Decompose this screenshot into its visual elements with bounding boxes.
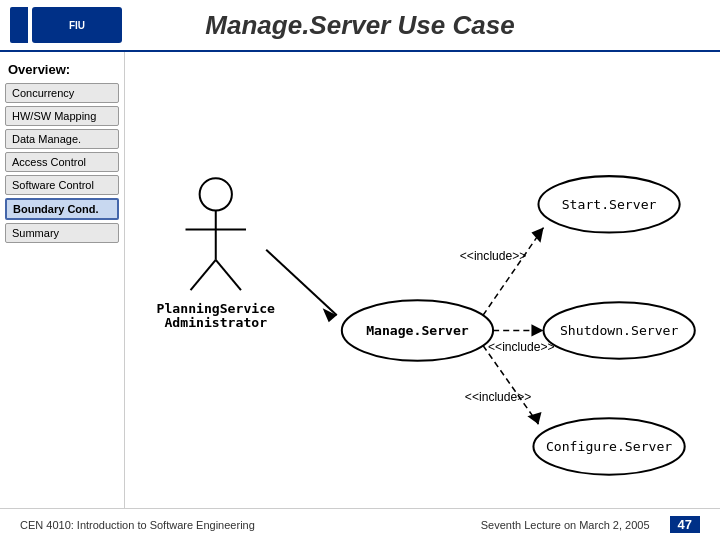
sidebar-item-hwsw[interactable]: HW/SW Mapping bbox=[5, 106, 119, 126]
page-title: Manage.Server Use Case bbox=[205, 10, 514, 41]
sidebar-item-access-control[interactable]: Access Control bbox=[5, 152, 119, 172]
start-server-label: Start.Server bbox=[562, 197, 657, 212]
shutdown-server-label: Shutdown.Server bbox=[560, 323, 678, 338]
arrow-head-start bbox=[531, 228, 543, 243]
include-label-3: <<include>> bbox=[465, 390, 532, 404]
manage-server-label: Manage.Server bbox=[366, 323, 469, 338]
sidebar: Overview: Concurrency HW/SW Mapping Data… bbox=[0, 52, 125, 508]
include-label-1: <<include>> bbox=[460, 249, 527, 263]
svg-rect-0 bbox=[10, 7, 28, 43]
include-arrow-start bbox=[483, 228, 544, 316]
include-arrow-configure bbox=[483, 346, 538, 425]
actor-left-leg bbox=[191, 260, 216, 290]
arrow-head-1 bbox=[323, 308, 337, 322]
flame-icon bbox=[10, 7, 28, 43]
sidebar-item-boundary-cond[interactable]: Boundary Cond. bbox=[5, 198, 119, 220]
uml-content: PlanningService Administrator Manage.Ser… bbox=[125, 52, 720, 508]
configure-server-label: Configure.Server bbox=[546, 439, 672, 454]
actor-to-manage-arrow bbox=[266, 250, 337, 316]
header: FIU Manage.Server Use Case bbox=[0, 0, 720, 52]
logo-area: FIU bbox=[10, 7, 122, 43]
footer-right: Seventh Lecture on March 2, 2005 47 bbox=[481, 516, 700, 533]
sidebar-overview-label: Overview: bbox=[5, 62, 119, 77]
sidebar-item-summary[interactable]: Summary bbox=[5, 223, 119, 243]
include-label-2: <<include>> bbox=[488, 340, 555, 354]
footer-page: 47 bbox=[670, 516, 700, 533]
arrow-head-configure bbox=[527, 412, 541, 424]
main-layout: Overview: Concurrency HW/SW Mapping Data… bbox=[0, 52, 720, 508]
actor-head bbox=[200, 178, 232, 210]
sidebar-item-software-control[interactable]: Software Control bbox=[5, 175, 119, 195]
actor-right-leg bbox=[216, 260, 241, 290]
footer-date: Seventh Lecture on March 2, 2005 bbox=[481, 519, 650, 531]
fiu-logo: FIU bbox=[32, 7, 122, 43]
sidebar-item-data-manage[interactable]: Data Manage. bbox=[5, 129, 119, 149]
actor-label: PlanningService bbox=[157, 301, 275, 316]
uml-diagram: PlanningService Administrator Manage.Ser… bbox=[125, 52, 720, 508]
footer: CEN 4010: Introduction to Software Engin… bbox=[0, 508, 720, 540]
footer-course: CEN 4010: Introduction to Software Engin… bbox=[20, 519, 255, 531]
actor-label2: Administrator bbox=[164, 315, 267, 330]
sidebar-item-concurrency[interactable]: Concurrency bbox=[5, 83, 119, 103]
arrow-head-shutdown bbox=[531, 324, 543, 336]
